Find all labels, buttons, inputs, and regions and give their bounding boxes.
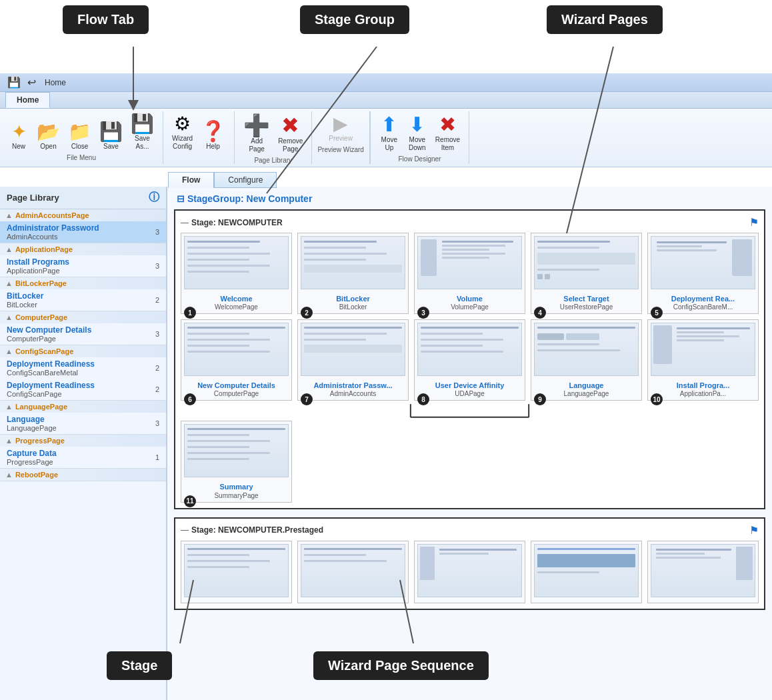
page-preview-10	[651, 323, 755, 376]
tab-home[interactable]: Home	[5, 92, 50, 108]
section-header-language[interactable]: ▲ LanguagePage	[0, 401, 166, 413]
wizard-config-group: ⚙ WizardConfig ❓ Help	[163, 111, 235, 164]
sidebar-item-info: Language LanguagePage	[7, 415, 57, 432]
item-name: Administrator Password	[7, 223, 99, 233]
page-card-2[interactable]: 2 BitLocker BitLocker	[297, 233, 409, 314]
prestaged-preview-5	[651, 544, 755, 597]
new-button[interactable]: ✦ New	[5, 121, 32, 153]
move-up-button[interactable]: ⬆ MoveUp	[376, 113, 403, 154]
page-card-6[interactable]: 6 New Computer Details ComputerPage	[181, 319, 292, 401]
page-card-5[interactable]: 5 Deployment Rea... ConfigScanBareM...	[647, 233, 759, 314]
section-header-progress[interactable]: ▲ ProgressPage	[0, 435, 166, 447]
section-header-reboot[interactable]: ▲ RebootPage	[0, 469, 166, 481]
stage-prestaged-header: — Stage: NEWCOMPUTER.Prestaged ⚑	[181, 524, 759, 537]
item-name: Deployment Readiness	[7, 381, 95, 390]
page-num-1: 1	[184, 307, 196, 319]
page-title-11: Summary	[184, 483, 289, 491]
item-count: 2	[155, 296, 159, 304]
save-as-button[interactable]: 💾 SaveAs...	[127, 113, 157, 153]
page-num-3: 3	[417, 307, 429, 319]
file-menu-label: File Menu	[67, 154, 96, 161]
page-sub-4: UserRestorePage	[534, 303, 639, 311]
sidebar-item-deploy1[interactable]: Deployment Readiness ConfigScanBareMetal…	[0, 357, 166, 379]
page-card-1[interactable]: 1 Welcome WelcomePage	[181, 233, 292, 314]
page-preview-11	[184, 424, 289, 477]
close-button[interactable]: 📁 Close	[65, 121, 95, 153]
open-button[interactable]: 📂 Open	[33, 121, 63, 153]
page-title-10: Install Progra...	[651, 381, 755, 390]
page-card-9[interactable]: 9 Language LanguagePage	[531, 319, 642, 401]
save-icon: 💾	[99, 123, 123, 141]
preview-wizard-label: Preview Wizard	[317, 146, 363, 153]
page-card-4[interactable]: 4 Select Target UserRestorePage	[531, 233, 642, 314]
add-page-icon: ➕	[243, 115, 270, 136]
move-up-label: MoveUp	[381, 136, 397, 152]
prestaged-card-5[interactable]	[647, 541, 759, 603]
section-header-app[interactable]: ▲ ApplicationPage	[0, 243, 166, 255]
triangle-icon: ▲	[5, 279, 13, 287]
page-title-9: Language	[534, 381, 639, 390]
info-icon[interactable]: ⓘ	[149, 191, 159, 205]
empty-slot-3	[531, 421, 642, 502]
sidebar-item-bitlocker[interactable]: BitLocker BitLocker 2	[0, 289, 166, 311]
page-card-3[interactable]: 3 Volume VolumePage	[414, 233, 525, 314]
page-card-11[interactable]: 11 Summary SummaryPage	[181, 421, 292, 502]
page-card-7[interactable]: 7 Administrator Passw... AdminAccounts	[297, 319, 409, 401]
remove-page-button[interactable]: ✖ RemovePage	[275, 113, 306, 155]
help-button[interactable]: ❓ Help	[197, 119, 229, 153]
prestaged-card-2[interactable]	[297, 541, 409, 603]
stage-collapse-icon[interactable]: —	[181, 218, 189, 227]
sidebar-item-deploy2[interactable]: Deployment Readiness ConfigScanPage 2	[0, 379, 166, 400]
quick-undo-btn[interactable]: ↩	[24, 75, 39, 90]
sidebar-item-capture[interactable]: Capture Data ProgressPage 1	[0, 447, 166, 468]
prestaged-card-3[interactable]	[414, 541, 525, 603]
page-sub-1: WelcomePage	[184, 303, 289, 311]
page-title-6: New Computer Details	[184, 381, 289, 390]
sidebar-item-info: Capture Data ProgressPage	[7, 449, 57, 466]
save-button[interactable]: 💾 Save	[96, 121, 126, 153]
item-name: Language	[7, 415, 57, 424]
stage-prestaged-collapse[interactable]: —	[181, 525, 189, 535]
move-down-button[interactable]: ⬇ MoveDown	[404, 113, 431, 154]
open-icon: 📂	[37, 123, 60, 141]
sidebar-section-admin: ▲ AdminAccountsPage Administrator Passwo…	[0, 209, 166, 243]
sidebar-section-configscan: ▲ ConfigScanPage Deployment Readiness Co…	[0, 345, 166, 401]
sidebar-section-language: ▲ LanguagePage Language LanguagePage 3	[0, 401, 166, 435]
page-num-11: 11	[184, 495, 196, 507]
sidebar-item-admin-password[interactable]: Administrator Password AdminAccounts 3	[0, 221, 166, 243]
quick-save-btn[interactable]: 💾	[4, 75, 24, 90]
flow-tab[interactable]: Flow	[168, 172, 214, 188]
stage-title: Stage: NEWCOMPUTER	[191, 218, 283, 227]
sidebar-section-computer: ▲ ComputerPage New Computer Details Comp…	[0, 311, 166, 345]
page-num-4: 4	[534, 307, 546, 319]
add-page-button[interactable]: ➕ AddPage	[240, 113, 273, 155]
section-header-computer[interactable]: ▲ ComputerPage	[0, 311, 166, 323]
section-header-admin[interactable]: ▲ AdminAccountsPage	[0, 209, 166, 221]
configure-tab[interactable]: Configure	[214, 172, 277, 188]
page-card-8[interactable]: 8 User Device Affinity UDAPage	[414, 319, 525, 401]
item-name: New Computer Details	[7, 325, 91, 335]
sidebar-item-language[interactable]: Language LanguagePage 3	[0, 413, 166, 434]
section-header-bitlocker[interactable]: ▲ BitLockerPage	[0, 277, 166, 289]
preview-button[interactable]: ▶ Preview	[325, 113, 356, 145]
sidebar-item-info: New Computer Details ComputerPage	[7, 325, 91, 343]
close-icon: 📁	[68, 123, 91, 141]
empty-slot-2	[414, 421, 525, 502]
wizard-config-button[interactable]: ⚙ WizardConfig	[169, 113, 196, 153]
close-label: Close	[71, 143, 89, 151]
remove-item-button[interactable]: ✖ RemoveItem	[432, 113, 463, 154]
sidebar-item-install[interactable]: Install Programs ApplicationPage 3	[0, 255, 166, 277]
save-as-label: SaveAs...	[135, 135, 150, 151]
prestaged-preview-4	[534, 544, 639, 597]
page-title-7: Administrator Passw...	[301, 381, 405, 390]
save-as-icon: 💾	[131, 115, 154, 133]
stage-canvas[interactable]: ⊟ StageGroup: New Computer — Stage: NEWC…	[167, 187, 772, 700]
ribbon-tabs: Home	[0, 92, 772, 109]
sidebar-item-computer[interactable]: New Computer Details ComputerPage 3	[0, 323, 166, 345]
page-card-10[interactable]: 10 Install Progra... ApplicationPa...	[647, 319, 759, 401]
prestaged-card-1[interactable]	[181, 541, 292, 603]
prestaged-card-4[interactable]	[531, 541, 642, 603]
page-sub-6: ComputerPage	[184, 390, 289, 397]
triangle-icon: ▲	[5, 471, 13, 479]
section-header-configscan[interactable]: ▲ ConfigScanPage	[0, 345, 166, 357]
